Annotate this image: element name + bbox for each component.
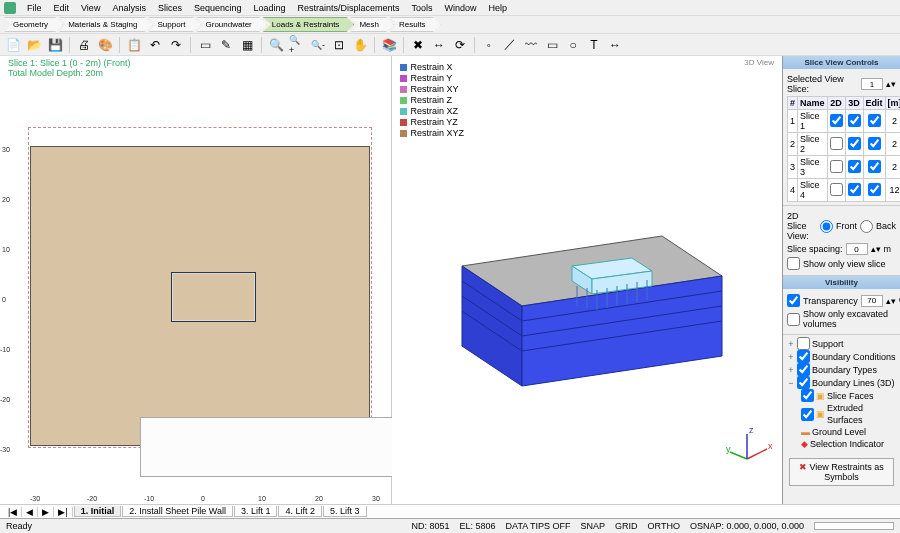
- menu-analysis[interactable]: Analysis: [107, 1, 151, 15]
- menu-window[interactable]: Window: [440, 1, 482, 15]
- menu-loading[interactable]: Loading: [248, 1, 290, 15]
- radio-back[interactable]: [860, 220, 873, 233]
- menu-slices[interactable]: Slices: [153, 1, 187, 15]
- view-restraints-button[interactable]: ✖ View Restraints as Symbols: [789, 458, 894, 486]
- bc-groundwater[interactable]: Groundwater: [197, 17, 267, 32]
- selected-slice-input[interactable]: [861, 78, 883, 90]
- menu-restraints[interactable]: Restraints/Displacements: [293, 1, 405, 15]
- chk-3d[interactable]: [848, 114, 861, 127]
- tree-item[interactable]: ▣Slice Faces: [787, 389, 896, 402]
- table-row[interactable]: 1Slice 12: [788, 110, 901, 133]
- layers-icon[interactable]: 📚: [380, 36, 398, 54]
- rect-icon[interactable]: ▭: [543, 36, 561, 54]
- bc-materials[interactable]: Materials & Staging: [59, 17, 152, 32]
- open-icon[interactable]: 📂: [25, 36, 43, 54]
- chk-edit[interactable]: [868, 137, 881, 150]
- spinner-icon[interactable]: ▴▾: [886, 296, 896, 306]
- menu-edit[interactable]: Edit: [49, 1, 75, 15]
- copy-icon[interactable]: 📋: [125, 36, 143, 54]
- stage-tab[interactable]: 5. Lift 3: [323, 506, 367, 517]
- menu-tools[interactable]: Tools: [407, 1, 438, 15]
- chk-transparency[interactable]: [787, 294, 800, 307]
- spacing-input[interactable]: [846, 243, 868, 255]
- palette-icon[interactable]: 🎨: [96, 36, 114, 54]
- viewport-2d[interactable]: Slice 1: Slice 1 (0 - 2m) (Front) Total …: [0, 56, 392, 504]
- th-3d[interactable]: 3D: [845, 97, 863, 110]
- chk-3d[interactable]: [848, 183, 861, 196]
- stage-tab[interactable]: 4. Lift 2: [278, 506, 322, 517]
- line-icon[interactable]: ／: [501, 36, 519, 54]
- print-icon[interactable]: 🖨: [75, 36, 93, 54]
- bc-results[interactable]: Results: [390, 17, 441, 32]
- select-icon[interactable]: ▭: [196, 36, 214, 54]
- menu-sequencing[interactable]: Sequencing: [189, 1, 247, 15]
- th-2d[interactable]: 2D: [827, 97, 845, 110]
- tree-item[interactable]: −Boundary Lines (3D): [787, 376, 896, 389]
- menu-view[interactable]: View: [76, 1, 105, 15]
- text-icon[interactable]: T: [585, 36, 603, 54]
- transp-input[interactable]: [861, 295, 883, 307]
- chk-2d[interactable]: [830, 137, 843, 150]
- table-row[interactable]: 4Slice 412: [788, 179, 901, 202]
- menu-help[interactable]: Help: [484, 1, 513, 15]
- zoom-in-icon[interactable]: 🔍+: [288, 36, 306, 54]
- tree-item[interactable]: ▬Ground Level: [787, 426, 896, 438]
- status-ortho[interactable]: ORTHO: [648, 521, 680, 531]
- radio-front[interactable]: [820, 220, 833, 233]
- th-num[interactable]: #: [788, 97, 798, 110]
- save-icon[interactable]: 💾: [46, 36, 64, 54]
- bc-support[interactable]: Support: [149, 17, 201, 32]
- chk-3d[interactable]: [848, 160, 861, 173]
- tree-item[interactable]: +Boundary Conditions: [787, 350, 896, 363]
- move-icon[interactable]: ↔: [430, 36, 448, 54]
- chk-2d[interactable]: [830, 160, 843, 173]
- table-row[interactable]: 3Slice 32: [788, 156, 901, 179]
- chk-edit[interactable]: [868, 183, 881, 196]
- zoom-window-icon[interactable]: 🔍: [267, 36, 285, 54]
- spinner-icon[interactable]: ▴▾: [871, 244, 881, 254]
- grid-icon[interactable]: ▦: [238, 36, 256, 54]
- tab-nav-prev[interactable]: ◀: [22, 507, 38, 517]
- bc-mesh[interactable]: Mesh: [350, 17, 394, 32]
- stage-tab[interactable]: 2. Install Sheet Pile Wall: [122, 506, 233, 517]
- status-datatips[interactable]: DATA TIPS OFF: [506, 521, 571, 531]
- chk-show-only-slice[interactable]: [787, 257, 800, 270]
- bc-geometry[interactable]: Geometry: [4, 17, 63, 32]
- edit-icon[interactable]: ✎: [217, 36, 235, 54]
- redo-icon[interactable]: ↷: [167, 36, 185, 54]
- bc-loads-restraints[interactable]: Loads & Restraints: [263, 17, 355, 32]
- zoom-extents-icon[interactable]: ⊡: [330, 36, 348, 54]
- zoom-out-icon[interactable]: 🔍-: [309, 36, 327, 54]
- delete-icon[interactable]: ✖: [409, 36, 427, 54]
- tab-nav-next[interactable]: ▶: [38, 507, 54, 517]
- new-icon[interactable]: 📄: [4, 36, 22, 54]
- chk-2d[interactable]: [830, 114, 843, 127]
- th-edit[interactable]: Edit: [863, 97, 885, 110]
- tree-item[interactable]: ◆Selection Indicator: [787, 438, 896, 450]
- tree-item[interactable]: +Support: [787, 337, 896, 350]
- polyline-icon[interactable]: 〰: [522, 36, 540, 54]
- tree-item[interactable]: ▣Extruded Surfaces: [787, 402, 896, 426]
- rotate-icon[interactable]: ⟳: [451, 36, 469, 54]
- pan-icon[interactable]: ✋: [351, 36, 369, 54]
- table-row[interactable]: 2Slice 22: [788, 133, 901, 156]
- chk-edit[interactable]: [868, 160, 881, 173]
- th-name[interactable]: Name: [798, 97, 828, 110]
- chk-3d[interactable]: [848, 137, 861, 150]
- spinner-icon[interactable]: ▴▾: [886, 79, 896, 89]
- chk-show-excavated[interactable]: [787, 313, 800, 326]
- tab-nav-last[interactable]: ▶|: [54, 507, 72, 517]
- th-m[interactable]: [m]: [885, 97, 900, 110]
- status-grid[interactable]: GRID: [615, 521, 638, 531]
- status-snap[interactable]: SNAP: [581, 521, 606, 531]
- circle-icon[interactable]: ○: [564, 36, 582, 54]
- undo-icon[interactable]: ↶: [146, 36, 164, 54]
- chk-2d[interactable]: [830, 183, 843, 196]
- dimension-icon[interactable]: ↔: [606, 36, 624, 54]
- menu-file[interactable]: File: [22, 1, 47, 15]
- viewport-3d[interactable]: 3D View Restrain X Restrain Y Restrain X…: [392, 56, 783, 504]
- stage-tab[interactable]: 3. Lift 1: [234, 506, 278, 517]
- tab-nav-first[interactable]: |◀: [4, 507, 22, 517]
- tree-item[interactable]: +Boundary Types: [787, 363, 896, 376]
- stage-tab[interactable]: 1. Initial: [74, 506, 122, 517]
